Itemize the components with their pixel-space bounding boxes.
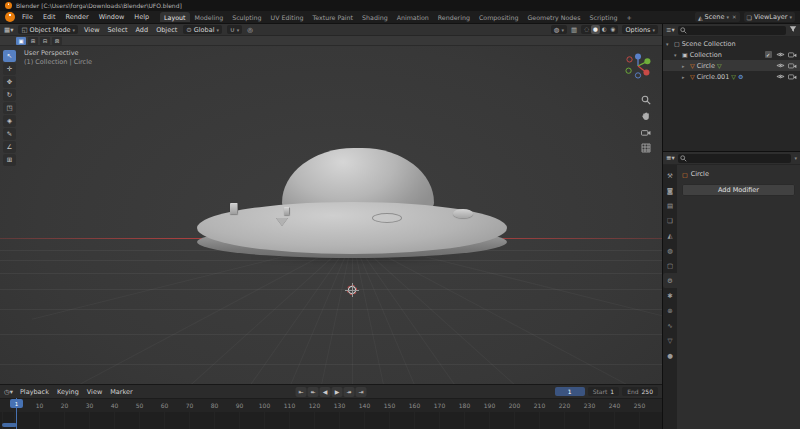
outliner-row-circle-001[interactable]: ▸ ▽ Circle.001 ▽ ⚙	[663, 71, 800, 82]
tab-physics[interactable]: ⊚	[663, 303, 677, 318]
timeline-editor-type-button[interactable]: ◷▾	[4, 388, 13, 396]
playhead-frame-label[interactable]: 1	[10, 399, 23, 408]
tool-annotate-button[interactable]: ✎	[3, 128, 16, 140]
tab-scene[interactable]: ◭	[663, 228, 677, 243]
frame-start-field[interactable]: Start 1	[588, 387, 620, 396]
workspace-tab[interactable]: Modeling	[191, 12, 228, 22]
timeline-menu-item[interactable]: Marker	[109, 388, 133, 396]
render-visibility-camera-icon[interactable]	[787, 62, 797, 69]
ufo-model[interactable]	[0, 46, 662, 384]
timeline-menu-item[interactable]: Playback	[19, 388, 50, 396]
tool-move-button[interactable]: ✥	[3, 76, 16, 88]
menu-item[interactable]: Render	[64, 13, 89, 21]
snapping-toggle[interactable]: ∪ ▾	[227, 25, 242, 34]
options-menu[interactable]: Options ▾	[622, 25, 658, 34]
outliner-search[interactable]	[678, 26, 786, 35]
zoom-icon[interactable]	[640, 94, 651, 105]
outliner-row-scene-collection[interactable]: ▾ ▢ Scene Collection	[663, 38, 800, 49]
workspace-tab[interactable]: Animation	[393, 12, 433, 22]
editor-type-button[interactable]: ▦▾	[4, 26, 13, 34]
unlink-scene-icon[interactable]: ✕	[732, 14, 737, 20]
workspace-tab[interactable]: Shading	[358, 12, 392, 22]
expand-arrow-icon[interactable]: ▸	[682, 63, 688, 69]
tab-object[interactable]: ▢	[663, 258, 677, 273]
tab-particles[interactable]: ✱	[663, 288, 677, 303]
timeline-ruler[interactable]: 0102030405060708090100110120130140150160…	[0, 398, 662, 412]
tab-view-layer[interactable]: ❏	[663, 213, 677, 228]
select-mode-subtract-icon[interactable]: ⊟	[40, 37, 50, 45]
navigation-gizmo[interactable]	[622, 50, 654, 84]
render-visibility-camera-icon[interactable]	[787, 73, 797, 80]
outliner-row-collection[interactable]: ▾ ▣ Collection ✓	[663, 49, 800, 60]
timeline-scrollbar-thumb[interactable]	[2, 423, 17, 427]
tab-modifiers[interactable]: ⚙	[663, 273, 677, 288]
menu-item[interactable]: Help	[133, 13, 150, 21]
pan-hand-icon[interactable]	[640, 110, 651, 121]
workspace-tab[interactable]: Texture Paint	[308, 12, 357, 22]
workspace-tab[interactable]: Geometry Nodes	[523, 12, 584, 22]
hide-eye-icon[interactable]	[775, 62, 785, 69]
viewport-menu-item[interactable]: Object	[155, 26, 178, 34]
expand-arrow-icon[interactable]: ▸	[682, 74, 688, 80]
properties-search[interactable]	[678, 154, 792, 163]
tool-cursor-button[interactable]: ✛	[3, 63, 16, 75]
workspace-tab[interactable]: UV Editing	[267, 12, 308, 22]
tool-measure-button[interactable]: ∠	[3, 141, 16, 153]
show-overlays-toggle[interactable]: ◍ ▾	[551, 25, 567, 34]
tab-material[interactable]: ●	[663, 348, 677, 363]
tool-select-box-button[interactable]: ↖	[3, 50, 16, 62]
proportional-editing-icon[interactable]: ◎	[247, 26, 253, 34]
render-visibility-camera-icon[interactable]	[787, 51, 797, 58]
mode-selector[interactable]: ◱ Object Mode ▾	[18, 25, 78, 34]
tab-constraints[interactable]: ∿	[663, 318, 677, 333]
current-frame-field[interactable]: 1	[555, 387, 585, 396]
tool-scale-button[interactable]: ◳	[3, 102, 16, 114]
play-button[interactable]: ▶	[332, 387, 343, 397]
hide-eye-icon[interactable]	[775, 73, 785, 80]
shading-wireframe-button[interactable]: ◌	[582, 25, 591, 34]
shading-solid-button[interactable]: ●	[591, 25, 600, 34]
view-layer-selector[interactable]: ❏ ViewLayer ▾	[744, 12, 795, 22]
shading-material-button[interactable]: ◐	[600, 25, 609, 34]
tool-add-cube-button[interactable]: ⊞	[3, 154, 16, 166]
frame-end-field[interactable]: End 250	[622, 387, 658, 396]
expand-arrow-icon[interactable]: ▾	[666, 41, 672, 47]
properties-search-input[interactable]	[689, 155, 790, 162]
camera-view-icon[interactable]	[640, 126, 651, 137]
menu-item[interactable]: File	[21, 13, 34, 21]
select-mode-extend-icon[interactable]: ⊞	[28, 37, 38, 45]
scene-selector[interactable]: ◭ Scene ▾ ✕	[695, 12, 740, 22]
expand-arrow-icon[interactable]: ▾	[674, 52, 680, 58]
menu-item[interactable]: Edit	[42, 13, 57, 21]
outliner-row-circle[interactable]: ▸ ▽ Circle ▽	[663, 60, 800, 71]
select-mode-intersect-icon[interactable]: ⊠	[52, 37, 62, 45]
tab-data[interactable]: ▽	[663, 333, 677, 348]
transform-orientation-selector[interactable]: ⊙ Global ▾	[183, 25, 222, 34]
prev-keyframe-button[interactable]: ↞	[308, 387, 319, 397]
workspace-tab[interactable]: Scripting	[586, 12, 622, 22]
timeline-menu-item[interactable]: View	[86, 388, 103, 396]
properties-editor-type-button[interactable]: ≣▾	[666, 154, 675, 162]
hide-eye-icon[interactable]	[775, 51, 785, 58]
menu-item[interactable]: Window	[98, 13, 126, 21]
workspace-tab[interactable]: Compositing	[475, 12, 522, 22]
select-mode-new-icon[interactable]: ▣	[16, 37, 26, 45]
outliner-editor-type-button[interactable]: ≡▾	[666, 26, 675, 34]
workspace-tab[interactable]: Layout	[160, 12, 189, 22]
play-reverse-button[interactable]: ◀	[320, 387, 331, 397]
workspace-tab[interactable]: Sculpting	[228, 12, 265, 22]
grid-ortho-icon[interactable]	[640, 142, 651, 153]
exclude-checkbox[interactable]: ✓	[765, 51, 772, 58]
workspace-tab[interactable]: Rendering	[434, 12, 474, 22]
jump-to-start-button[interactable]: ⇤	[296, 387, 307, 397]
outliner-search-input[interactable]	[689, 27, 784, 34]
viewport-menu-item[interactable]: View	[83, 26, 100, 34]
timeline-tracks[interactable]	[0, 412, 662, 429]
add-modifier-button[interactable]: Add Modifier	[682, 184, 795, 196]
jump-to-end-button[interactable]: ⇥	[356, 387, 367, 397]
xray-toggle-icon[interactable]: ▥	[571, 26, 577, 34]
shading-rendered-button[interactable]: ◉	[609, 25, 618, 34]
filter-icon[interactable]	[789, 25, 797, 35]
viewport-menu-item[interactable]: Select	[106, 26, 128, 34]
next-keyframe-button[interactable]: ↠	[344, 387, 355, 397]
